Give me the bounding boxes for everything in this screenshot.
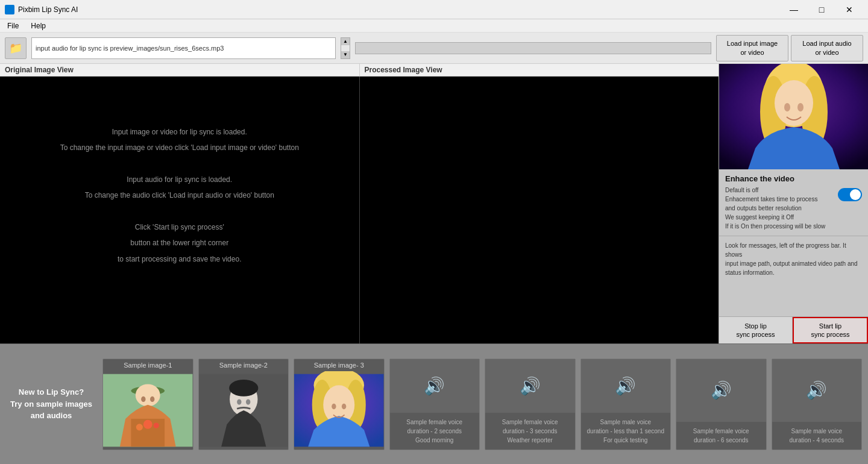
image-views: Original Image View Processed Image View… — [0, 64, 719, 343]
audio-icon-4: 🔊 — [711, 380, 732, 400]
top-right-buttons: Load input imageor video Load input audi… — [716, 35, 863, 61]
enhance-row: Default is off Enhacement takes time to … — [725, 186, 862, 231]
start-lip-sync-button[interactable]: Start lipsync process — [793, 317, 868, 343]
preview-image — [719, 64, 868, 169]
title-bar-controls: — □ ✕ — [780, 0, 863, 19]
instruction-line-6: button at the lower right corner — [60, 236, 299, 251]
enhance-section: Enhance the video Default is off Enhacem… — [719, 169, 868, 236]
sample-audio-1-card[interactable]: 🔊 Sample female voiceduration - 2 second… — [389, 359, 480, 450]
minimize-button[interactable]: — — [780, 0, 808, 19]
maximize-button[interactable]: □ — [808, 0, 835, 19]
audio-icon-5: 🔊 — [806, 380, 827, 400]
app-title: Pixbim Lip Sync AI — [18, 5, 78, 14]
sample-audio-1-text: Sample female voiceduration - 2 secondsG… — [404, 413, 465, 450]
stop-lip-sync-button[interactable]: Stop lipsync process — [719, 317, 793, 343]
audio-icon-3: 🔊 — [615, 376, 636, 396]
image-views-body: Input image or video for lip sync is loa… — [0, 77, 719, 343]
enhance-detail: Enhacement takes time to processand outp… — [725, 195, 834, 231]
sample-audio-4-card[interactable]: 🔊 Sample female voiceduration - 6 second… — [676, 359, 767, 450]
original-view-label: Original Image View — [0, 64, 360, 76]
samples-grid: Sample image-1 Sample ima — [102, 353, 868, 456]
svg-point-4 — [775, 80, 813, 126]
sample-image-3-card[interactable]: Sample image- 3 — [294, 359, 385, 450]
enhance-toggle[interactable] — [838, 188, 862, 201]
samples-intro: New to Lip Sync?Try on sample imagesand … — [0, 380, 102, 428]
sample-audio-5-card[interactable]: 🔊 Sample male voiceduration - 4 seconds — [772, 359, 863, 450]
sample-audio-3-card[interactable]: 🔊 Sample male voiceduration - less than … — [580, 359, 671, 450]
text-scrollbar[interactable]: ▲ ▼ — [341, 37, 350, 59]
audio-icon-2: 🔊 — [520, 376, 541, 396]
status-text: input audio for lip sync is preview_imag… — [36, 45, 224, 52]
svg-point-26 — [332, 403, 336, 409]
instruction-line-7: to start processing and save the video. — [60, 251, 299, 267]
app-icon — [5, 5, 14, 14]
toolbar: 📁 input audio for lip sync is preview_im… — [0, 33, 868, 64]
svg-point-11 — [150, 396, 154, 401]
sample-image-1-card[interactable]: Sample image-1 — [102, 359, 193, 450]
title-bar-left: Pixbim Lip Sync AI — [5, 5, 78, 14]
enhance-default: Default is off — [725, 186, 834, 195]
load-image-video-button[interactable]: Load input imageor video — [716, 35, 788, 61]
sample-image-1-label: Sample image-1 — [122, 359, 173, 371]
sample-audio-4-text: Sample female voiceduration - 6 seconds — [691, 422, 752, 450]
svg-point-15 — [154, 422, 159, 428]
sample-image-3-preview — [294, 371, 384, 450]
svg-point-6 — [797, 103, 804, 111]
right-sidebar: Enhance the video Default is off Enhacem… — [719, 64, 868, 343]
enhance-title: Enhance the video — [725, 174, 862, 183]
svg-point-20 — [229, 379, 258, 396]
menu-bar: File Help — [0, 19, 868, 33]
sample-image-2-card[interactable]: Sample image-2 — [198, 359, 289, 450]
load-audio-button[interactable]: Load input audioor video — [791, 35, 863, 61]
progress-bar-area — [355, 42, 711, 54]
svg-point-5 — [784, 103, 790, 111]
instruction-line-1: Input image or video for lip sync is loa… — [60, 124, 299, 140]
sidebar-bottom-buttons: Stop lipsync process Start lipsync proce… — [719, 316, 868, 343]
menu-file[interactable]: File — [2, 20, 24, 31]
svg-point-27 — [342, 403, 346, 409]
title-bar: Pixbim Lip Sync AI — □ ✕ — [0, 0, 868, 19]
instruction-line-4: To change the audio click 'Load input au… — [60, 188, 299, 204]
sample-audio-1-preview: 🔊 — [390, 359, 480, 413]
enhance-desc: Default is off Enhacement takes time to … — [725, 186, 834, 231]
original-image-panel: Input image or video for lip sync is loa… — [0, 77, 360, 343]
folder-button[interactable]: 📁 — [5, 37, 27, 59]
svg-point-19 — [245, 399, 250, 404]
samples-intro-text: New to Lip Sync?Try on sample imagesand … — [10, 387, 92, 420]
svg-point-9 — [136, 384, 160, 406]
processed-image-panel — [360, 77, 719, 343]
sample-audio-2-preview: 🔊 — [485, 359, 575, 413]
scroll-down-btn[interactable]: ▼ — [341, 51, 350, 58]
main-content: Original Image View Processed Image View… — [0, 64, 868, 343]
sample-audio-4-preview: 🔊 — [676, 359, 766, 422]
svg-point-18 — [237, 399, 241, 404]
preview-svg — [719, 64, 868, 169]
scroll-up-btn[interactable]: ▲ — [341, 38, 350, 45]
menu-help[interactable]: Help — [26, 20, 51, 31]
original-image-instructions: Input image or video for lip sync is loa… — [60, 124, 299, 268]
audio-icon-1: 🔊 — [424, 376, 445, 396]
toggle-knob — [850, 189, 861, 200]
samples-strip: New to Lip Sync?Try on sample imagesand … — [0, 343, 868, 464]
sample-audio-3-text: Sample male voiceduration - less than 1 … — [585, 413, 667, 450]
sample-audio-2-text: Sample female voiceduration - 3 secondsW… — [500, 413, 561, 450]
svg-point-13 — [143, 419, 153, 428]
sample-audio-5-text: Sample male voiceduration - 4 seconds — [787, 422, 846, 450]
sample-image-1-preview — [103, 371, 193, 450]
processed-view-label: Processed Image View — [360, 64, 719, 76]
sidebar-info: Look for messages, left of the progress … — [719, 236, 868, 316]
image-views-header: Original Image View Processed Image View — [0, 64, 719, 77]
status-text-area: input audio for lip sync is preview_imag… — [31, 37, 336, 59]
folder-icon: 📁 — [9, 42, 22, 55]
scroll-track — [341, 45, 350, 51]
svg-point-10 — [141, 396, 145, 401]
sidebar-preview — [719, 64, 868, 169]
sample-image-3-label: Sample image- 3 — [313, 359, 365, 371]
instruction-line-2: To change the input image or video click… — [60, 140, 299, 155]
instruction-line-3: Input audio for lip sync is loaded. — [60, 172, 299, 187]
sample-audio-5-preview: 🔊 — [772, 359, 862, 422]
close-button[interactable]: ✕ — [835, 0, 863, 19]
sample-audio-3-preview: 🔊 — [581, 359, 671, 413]
sample-image-2-preview — [199, 371, 289, 450]
sample-audio-2-card[interactable]: 🔊 Sample female voiceduration - 3 second… — [485, 359, 576, 450]
